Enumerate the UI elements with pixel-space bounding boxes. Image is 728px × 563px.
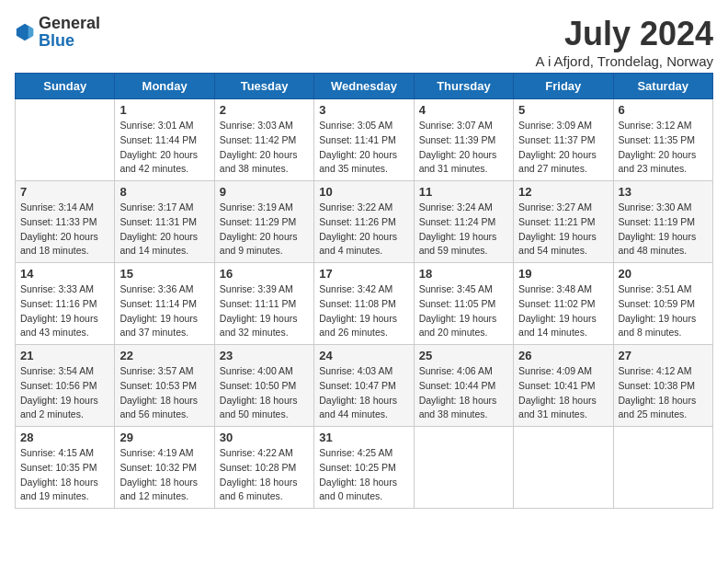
day-info: Sunrise: 3:12 AM Sunset: 11:35 PM Daylig… (619, 119, 708, 177)
calendar-table: SundayMondayTuesdayWednesdayThursdayFrid… (15, 73, 713, 509)
calendar-cell: 31Sunrise: 4:25 AM Sunset: 10:25 PM Dayl… (314, 427, 414, 509)
calendar-cell (414, 427, 513, 509)
day-info: Sunrise: 3:57 AM Sunset: 10:53 PM Daylig… (119, 364, 209, 422)
logo-icon (15, 22, 35, 42)
day-number: 24 (319, 349, 408, 362)
day-number: 23 (220, 349, 309, 362)
main-title: July 2024 (536, 15, 713, 53)
day-info: Sunrise: 4:00 AM Sunset: 10:50 PM Daylig… (220, 364, 309, 422)
calendar-week-row: 28Sunrise: 4:15 AM Sunset: 10:35 PM Dayl… (16, 427, 713, 509)
day-number: 17 (319, 267, 408, 281)
weekday-header: Monday (115, 74, 214, 99)
calendar-week-row: 7Sunrise: 3:14 AM Sunset: 11:33 PM Dayli… (16, 181, 713, 263)
day-number: 30 (220, 431, 309, 444)
calendar-cell: 7Sunrise: 3:14 AM Sunset: 11:33 PM Dayli… (16, 181, 115, 263)
calendar-cell: 10Sunrise: 3:22 AM Sunset: 11:26 PM Dayl… (314, 181, 414, 263)
day-number: 5 (518, 103, 608, 117)
weekday-header: Tuesday (214, 74, 313, 99)
day-info: Sunrise: 3:05 AM Sunset: 11:41 PM Daylig… (319, 119, 408, 177)
calendar-cell: 21Sunrise: 3:54 AM Sunset: 10:56 PM Dayl… (16, 345, 115, 427)
calendar-cell: 26Sunrise: 4:09 AM Sunset: 10:41 PM Dayl… (514, 345, 613, 427)
day-number: 12 (518, 185, 608, 199)
day-info: Sunrise: 4:09 AM Sunset: 10:41 PM Daylig… (518, 364, 608, 422)
weekday-header: Sunday (16, 74, 115, 99)
day-info: Sunrise: 3:45 AM Sunset: 11:05 PM Daylig… (419, 282, 508, 340)
weekday-header: Wednesday (314, 74, 414, 99)
day-info: Sunrise: 3:51 AM Sunset: 10:59 PM Daylig… (619, 282, 708, 340)
day-number: 3 (319, 103, 408, 117)
day-info: Sunrise: 3:27 AM Sunset: 11:21 PM Daylig… (518, 201, 608, 259)
day-number: 20 (619, 267, 708, 281)
calendar-cell: 17Sunrise: 3:42 AM Sunset: 11:08 PM Dayl… (314, 263, 414, 345)
calendar-cell: 15Sunrise: 3:36 AM Sunset: 11:14 PM Dayl… (115, 263, 214, 345)
day-info: Sunrise: 4:03 AM Sunset: 10:47 PM Daylig… (319, 364, 408, 422)
day-info: Sunrise: 3:17 AM Sunset: 11:31 PM Daylig… (119, 201, 209, 259)
calendar-cell (613, 427, 712, 509)
day-number: 29 (119, 431, 209, 444)
calendar-cell: 4Sunrise: 3:07 AM Sunset: 11:39 PM Dayli… (414, 99, 513, 181)
logo-text-blue: Blue (39, 31, 74, 50)
day-info: Sunrise: 4:19 AM Sunset: 10:32 PM Daylig… (119, 446, 209, 504)
day-info: Sunrise: 3:33 AM Sunset: 11:16 PM Daylig… (20, 282, 109, 340)
calendar-cell: 9Sunrise: 3:19 AM Sunset: 11:29 PM Dayli… (214, 181, 313, 263)
calendar-week-row: 1Sunrise: 3:01 AM Sunset: 11:44 PM Dayli… (16, 99, 713, 181)
day-number: 14 (20, 267, 109, 281)
day-number: 13 (619, 185, 708, 199)
svg-marker-1 (28, 26, 33, 40)
day-info: Sunrise: 3:48 AM Sunset: 11:02 PM Daylig… (518, 282, 608, 340)
calendar-cell: 22Sunrise: 3:57 AM Sunset: 10:53 PM Dayl… (115, 345, 214, 427)
weekday-header: Friday (514, 74, 613, 99)
day-info: Sunrise: 3:14 AM Sunset: 11:33 PM Daylig… (20, 201, 109, 259)
day-number: 15 (119, 267, 209, 281)
calendar-cell: 18Sunrise: 3:45 AM Sunset: 11:05 PM Dayl… (414, 263, 513, 345)
calendar-cell: 12Sunrise: 3:27 AM Sunset: 11:21 PM Dayl… (514, 181, 613, 263)
day-number: 11 (419, 185, 508, 199)
calendar-cell: 29Sunrise: 4:19 AM Sunset: 10:32 PM Dayl… (115, 427, 214, 509)
calendar-cell: 16Sunrise: 3:39 AM Sunset: 11:11 PM Dayl… (214, 263, 313, 345)
day-number: 22 (119, 349, 209, 362)
day-number: 8 (119, 185, 209, 199)
day-number: 1 (119, 103, 209, 117)
calendar-cell: 14Sunrise: 3:33 AM Sunset: 11:16 PM Dayl… (16, 263, 115, 345)
calendar-cell: 5Sunrise: 3:09 AM Sunset: 11:37 PM Dayli… (514, 99, 613, 181)
day-number: 6 (619, 103, 708, 117)
calendar-cell: 20Sunrise: 3:51 AM Sunset: 10:59 PM Dayl… (613, 263, 712, 345)
day-number: 27 (619, 349, 708, 362)
calendar-cell: 24Sunrise: 4:03 AM Sunset: 10:47 PM Dayl… (314, 345, 414, 427)
calendar-cell: 11Sunrise: 3:24 AM Sunset: 11:24 PM Dayl… (414, 181, 513, 263)
day-info: Sunrise: 3:54 AM Sunset: 10:56 PM Daylig… (20, 364, 109, 422)
day-info: Sunrise: 3:22 AM Sunset: 11:26 PM Daylig… (319, 201, 408, 259)
calendar-week-row: 14Sunrise: 3:33 AM Sunset: 11:16 PM Dayl… (16, 263, 713, 345)
calendar-week-row: 21Sunrise: 3:54 AM Sunset: 10:56 PM Dayl… (16, 345, 713, 427)
day-number: 18 (419, 267, 508, 281)
day-number: 4 (419, 103, 508, 117)
day-info: Sunrise: 3:01 AM Sunset: 11:44 PM Daylig… (119, 119, 209, 177)
day-number: 28 (20, 431, 109, 444)
day-info: Sunrise: 3:07 AM Sunset: 11:39 PM Daylig… (419, 119, 508, 177)
calendar-cell: 28Sunrise: 4:15 AM Sunset: 10:35 PM Dayl… (16, 427, 115, 509)
calendar-cell: 25Sunrise: 4:06 AM Sunset: 10:44 PM Dayl… (414, 345, 513, 427)
weekday-header: Thursday (414, 74, 513, 99)
day-number: 26 (518, 349, 608, 362)
day-info: Sunrise: 3:39 AM Sunset: 11:11 PM Daylig… (220, 282, 309, 340)
day-number: 10 (319, 185, 408, 199)
day-info: Sunrise: 3:19 AM Sunset: 11:29 PM Daylig… (220, 201, 309, 259)
calendar-cell: 19Sunrise: 3:48 AM Sunset: 11:02 PM Dayl… (514, 263, 613, 345)
calendar-cell: 13Sunrise: 3:30 AM Sunset: 11:19 PM Dayl… (613, 181, 712, 263)
calendar-cell: 1Sunrise: 3:01 AM Sunset: 11:44 PM Dayli… (115, 99, 214, 181)
day-info: Sunrise: 3:09 AM Sunset: 11:37 PM Daylig… (518, 119, 608, 177)
day-info: Sunrise: 4:22 AM Sunset: 10:28 PM Daylig… (220, 446, 309, 504)
calendar-header-row: SundayMondayTuesdayWednesdayThursdayFrid… (16, 74, 713, 99)
calendar-cell: 27Sunrise: 4:12 AM Sunset: 10:38 PM Dayl… (613, 345, 712, 427)
day-info: Sunrise: 3:42 AM Sunset: 11:08 PM Daylig… (319, 282, 408, 340)
weekday-header: Saturday (613, 74, 712, 99)
day-info: Sunrise: 3:24 AM Sunset: 11:24 PM Daylig… (419, 201, 508, 259)
calendar-cell (16, 99, 115, 181)
day-info: Sunrise: 4:15 AM Sunset: 10:35 PM Daylig… (20, 446, 109, 504)
day-info: Sunrise: 3:36 AM Sunset: 11:14 PM Daylig… (119, 282, 209, 340)
day-number: 7 (20, 185, 109, 199)
logo: General Blue (15, 15, 100, 50)
title-section: July 2024 A i Afjord, Trondelag, Norway (536, 15, 713, 69)
day-number: 9 (220, 185, 309, 199)
logo-text-general: General (39, 14, 100, 32)
